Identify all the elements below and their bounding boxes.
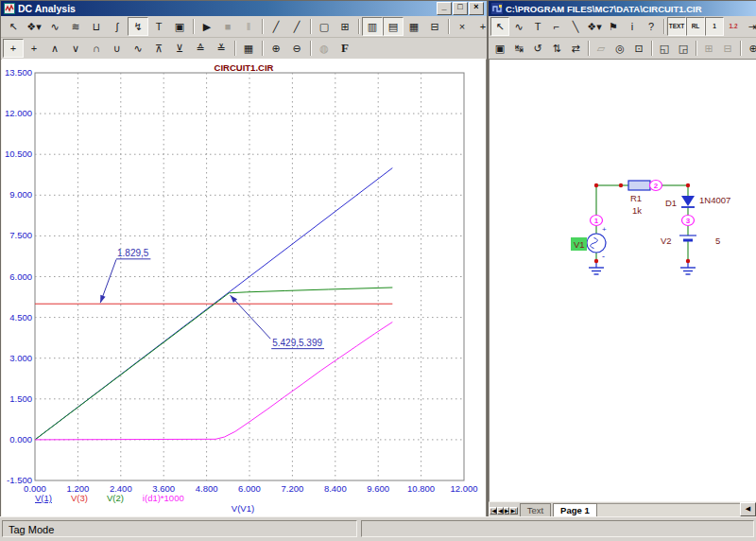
schematic-canvas-frame: R11kD11N4007V25+-V1123 bbox=[489, 59, 756, 502]
low-button[interactable]: ∪ bbox=[107, 39, 128, 58]
tabs-scrollbar-track[interactable] bbox=[597, 503, 740, 516]
current-toggle[interactable]: ⇥ bbox=[743, 17, 756, 36]
close-button[interactable]: × bbox=[469, 2, 484, 15]
left-cursor-button[interactable]: + bbox=[472, 17, 487, 36]
first-page-button[interactable]: |◀ bbox=[490, 507, 497, 515]
properties-button[interactable]: ▣ bbox=[169, 17, 190, 36]
select-tool[interactable]: ↖ bbox=[3, 17, 24, 36]
send-back-button[interactable]: ◲ bbox=[674, 39, 693, 58]
tracker-cursor-button[interactable]: × bbox=[452, 17, 472, 36]
select-box-button[interactable]: ▢ bbox=[314, 17, 335, 36]
flip-horizontal-button[interactable]: ⇄ bbox=[566, 39, 585, 58]
data-grid-button[interactable]: ⊞ bbox=[335, 17, 355, 36]
normalize-button[interactable]: F bbox=[335, 39, 355, 58]
schematic-titlebar[interactable]: C:\PROGRAM FILES\MC7\DATA\CIRCUIT1.CIR bbox=[489, 1, 756, 16]
node-voltages-toggle[interactable]: 1.2 bbox=[724, 17, 743, 36]
tab-page-1[interactable]: Page 1 bbox=[553, 503, 597, 516]
maximize-button[interactable]: □ bbox=[453, 2, 468, 15]
find-button[interactable]: ◎ bbox=[610, 39, 629, 58]
tag-annotation[interactable]: 5.429,5.399 bbox=[272, 338, 322, 348]
diagonal-wire-tool[interactable]: ╲ bbox=[566, 17, 585, 36]
tabs-scroll-left-button[interactable]: ◀ bbox=[740, 502, 756, 516]
text-tool[interactable]: T bbox=[528, 17, 547, 36]
dc-analysis-plot[interactable]: 0.0001.2002.4003.6004.8006.0007.2008.400… bbox=[2, 59, 486, 516]
rotate-button[interactable]: ↺ bbox=[528, 39, 547, 58]
analysis-toolbar-main: ↖❖▾∿≋⊔ʃ↯T▣▶■‖╱╱▢⊞▥▤▦⊟×+∗#∞ bbox=[1, 16, 487, 38]
resistor-R1[interactable]: R11k bbox=[628, 181, 650, 216]
polyline-tool[interactable]: ╱ bbox=[286, 17, 307, 36]
global-high-button[interactable]: ≙ bbox=[190, 39, 211, 58]
junction-dot bbox=[686, 259, 690, 263]
text-tool[interactable]: T bbox=[148, 17, 169, 36]
legend-item-V(1)[interactable]: V(1) bbox=[35, 493, 52, 503]
info-button[interactable]: i bbox=[623, 17, 642, 36]
svg-text:V1: V1 bbox=[574, 239, 585, 250]
prev-page-button[interactable]: ◀ bbox=[497, 507, 504, 515]
source-V1[interactable]: +-V1 bbox=[571, 225, 607, 261]
legend-item-V(2)[interactable]: V(2) bbox=[107, 493, 124, 503]
text-toggle[interactable]: TEXT bbox=[667, 17, 686, 36]
help-mode-button[interactable]: ? bbox=[642, 17, 661, 36]
legend-item-i(d1)*1000[interactable]: i(d1)*1000 bbox=[143, 493, 184, 503]
wire-tool[interactable]: ⌐ bbox=[547, 17, 566, 36]
toolbar-separator bbox=[310, 19, 311, 34]
shape-tool[interactable]: ❖▾ bbox=[24, 17, 44, 36]
stepping-tool[interactable]: ʃ bbox=[107, 17, 128, 36]
component-mode-button[interactable]: ∿ bbox=[509, 17, 528, 36]
node-numbers-toggle[interactable]: 1 bbox=[705, 17, 724, 36]
y-tick-label: 4.500 bbox=[9, 312, 32, 323]
select-tool[interactable]: ↖ bbox=[490, 17, 509, 36]
cursor-mode-tool[interactable]: ↯ bbox=[128, 17, 148, 36]
svg-text:1: 1 bbox=[594, 217, 599, 225]
shape-tool[interactable]: ❖▾ bbox=[585, 17, 604, 36]
schematic-canvas[interactable]: R11kD11N4007V25+-V1123 bbox=[490, 60, 754, 500]
remove-page-button: ⊟ bbox=[718, 39, 737, 58]
run-button[interactable]: ▶ bbox=[197, 17, 217, 36]
micro-cap-app: DC Analysis _□× ↖❖▾∿≋⊔ʃ↯T▣▶■‖╱╱▢⊞▥▤▦⊟×+∗… bbox=[0, 0, 756, 541]
toolbar-separator bbox=[262, 41, 263, 56]
line-tool[interactable]: ╱ bbox=[266, 17, 286, 36]
horizontal-tag-button[interactable]: + bbox=[3, 39, 24, 58]
vertical-grid-button[interactable]: ▥ bbox=[362, 17, 383, 36]
inflection-button[interactable]: ∿ bbox=[128, 39, 148, 58]
legend-item-V(3)[interactable]: V(3) bbox=[71, 493, 88, 503]
move-button[interactable]: ↹ bbox=[509, 39, 528, 58]
go-to-performance-button[interactable]: ▦ bbox=[238, 39, 259, 58]
battery-V2[interactable]: V25 bbox=[661, 236, 720, 246]
last-page-button[interactable]: ▶| bbox=[509, 507, 517, 515]
select-area-button[interactable]: ▣ bbox=[490, 39, 509, 58]
tab-text[interactable]: Text bbox=[520, 503, 551, 516]
status-mode: Tag Mode bbox=[2, 520, 357, 537]
scope-tool[interactable]: ∿ bbox=[44, 17, 65, 36]
flag-tool[interactable]: ⚑ bbox=[604, 17, 623, 36]
bottom-button[interactable]: ⊻ bbox=[169, 39, 190, 58]
preview-button[interactable]: ⊡ bbox=[629, 39, 648, 58]
svg-text:5: 5 bbox=[715, 236, 720, 246]
status-extra bbox=[361, 520, 754, 537]
minimize-button[interactable]: _ bbox=[437, 2, 452, 15]
bring-front-button[interactable]: ◱ bbox=[655, 39, 674, 58]
dc-analysis-titlebar[interactable]: DC Analysis _□× bbox=[1, 1, 487, 16]
diode-D1[interactable]: D11N4007 bbox=[665, 195, 730, 208]
zoom-out-button[interactable]: ⊖ bbox=[286, 39, 307, 58]
peak-button[interactable]: ∧ bbox=[44, 39, 65, 58]
zoom-in-button[interactable]: ⊕ bbox=[744, 39, 756, 58]
global-low-button[interactable]: ≚ bbox=[211, 39, 232, 58]
tag-annotation[interactable]: 1.829,5 bbox=[117, 248, 149, 258]
junction-dot bbox=[594, 183, 598, 187]
toolbar-separator bbox=[696, 41, 696, 56]
toolbar-separator bbox=[740, 41, 741, 56]
x-axis-label: V(V1) bbox=[172, 503, 314, 514]
high-button[interactable]: ∩ bbox=[86, 39, 107, 58]
waveform-toggle[interactable]: RL bbox=[686, 17, 705, 36]
waveform-buffer-tool[interactable]: ≋ bbox=[65, 17, 86, 36]
vertical-tag-button[interactable]: + bbox=[24, 39, 44, 58]
full-grid-button[interactable]: ▦ bbox=[404, 17, 424, 36]
horizontal-grid-button[interactable]: ▤ bbox=[383, 17, 404, 36]
valley-button[interactable]: ∨ bbox=[65, 39, 86, 58]
single-plot-button[interactable]: ⊟ bbox=[424, 17, 445, 36]
top-button[interactable]: ⊼ bbox=[148, 39, 169, 58]
scale-tool[interactable]: ⊔ bbox=[86, 17, 107, 36]
zoom-in-button[interactable]: ⊕ bbox=[266, 39, 286, 58]
flip-vertical-button[interactable]: ⇅ bbox=[547, 39, 566, 58]
